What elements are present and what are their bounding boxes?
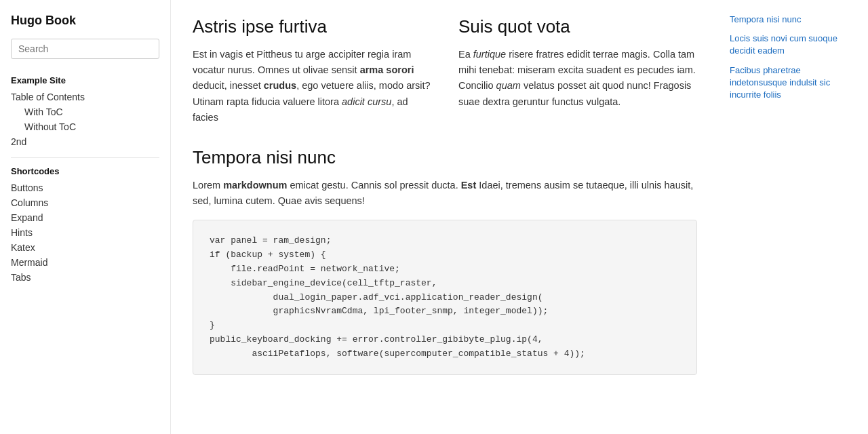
sidebar-section-label-example: Example Site — [11, 75, 159, 85]
column-right: Suis quot vota Ea furtique risere fratre… — [458, 16, 697, 125]
col2-paragraph: Ea furtique risere fratres edidit terrae… — [458, 47, 697, 110]
sidebar-item-with-toc[interactable]: With ToC — [24, 104, 159, 119]
col1-bold1: arma sorori — [360, 64, 414, 75]
toc-link-0[interactable]: Tempora nisi nunc — [730, 14, 857, 26]
sidebar-item-2nd[interactable]: 2nd — [11, 134, 159, 149]
section2-bold1: markdownum — [223, 180, 287, 191]
col2-italic2: quam — [496, 80, 521, 91]
col1-heading: Astris ipse furtiva — [193, 16, 431, 37]
sidebar-item-katex[interactable]: Katex — [11, 240, 159, 255]
col2-text1: Ea — [458, 49, 473, 60]
sidebar-item-columns[interactable]: Columns — [11, 195, 159, 210]
section2-text1: Lorem — [193, 180, 223, 191]
sidebar-divider — [11, 157, 159, 158]
col1-italic1: adicit cursu — [342, 96, 391, 107]
col1-paragraph: Est in vagis et Pittheus tu arge accipit… — [193, 47, 431, 125]
toc-link-1[interactable]: Locis suis novi cum suoque decidit eadem — [730, 33, 857, 57]
sidebar-sub-group: With ToC Without ToC — [11, 104, 159, 134]
toc-link-2[interactable]: Facibus pharetrae indetonsusque indulsit… — [730, 64, 857, 102]
right-toc-panel: Tempora nisi nunc Locis suis novi cum su… — [719, 0, 868, 434]
sidebar-item-hints[interactable]: Hints — [11, 225, 159, 240]
section2-heading: Tempora nisi nunc — [193, 147, 697, 168]
sidebar-item-mermaid[interactable]: Mermaid — [11, 255, 159, 270]
sidebar-section-example: Example Site Table of Contents With ToC … — [11, 75, 159, 149]
search-input[interactable] — [11, 39, 159, 59]
left-sidebar: Hugo Book Example Site Table of Contents… — [0, 0, 171, 434]
sidebar-item-expand[interactable]: Expand — [11, 210, 159, 225]
sidebar-section-shortcodes: Shortcodes Buttons Columns Expand Hints … — [11, 166, 159, 285]
sidebar-section-label-shortcodes: Shortcodes — [11, 166, 159, 176]
column-left: Astris ipse furtiva Est in vagis et Pitt… — [193, 16, 431, 125]
sidebar-item-tabs[interactable]: Tabs — [11, 270, 159, 285]
code-block: var panel = ram_design; if (backup + sys… — [193, 220, 697, 375]
section2-paragraph: Lorem markdownum emicat gestu. Cannis so… — [193, 178, 697, 209]
section2-text2: emicat gestu. Cannis sol pressit ducta. — [287, 180, 460, 191]
sidebar-item-toc[interactable]: Table of Contents — [11, 90, 159, 104]
two-column-section: Astris ipse furtiva Est in vagis et Pitt… — [193, 16, 697, 125]
site-title[interactable]: Hugo Book — [11, 14, 159, 28]
main-content: Astris ipse furtiva Est in vagis et Pitt… — [171, 0, 719, 434]
col2-italic1: furtique — [473, 49, 506, 60]
section2-bold2: Est — [461, 180, 477, 191]
col1-text2: deducit, inesset — [193, 80, 264, 91]
col1-bold2: crudus — [264, 80, 296, 91]
col2-heading: Suis quot vota — [458, 16, 697, 37]
sidebar-item-buttons[interactable]: Buttons — [11, 180, 159, 195]
sidebar-item-without-toc[interactable]: Without ToC — [24, 119, 159, 134]
